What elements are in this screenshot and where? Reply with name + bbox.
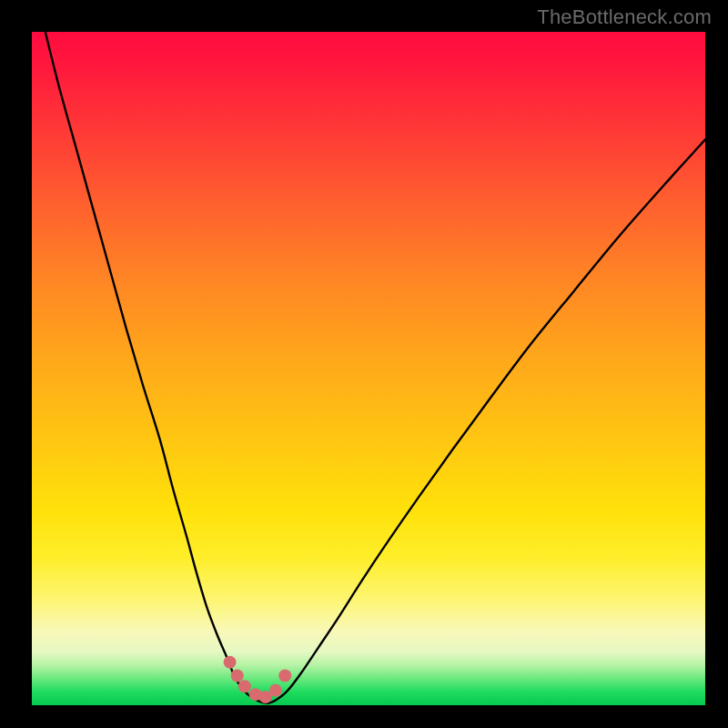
- plot-area: [32, 32, 705, 705]
- watermark-text: TheBottleneck.com: [537, 5, 712, 29]
- chart-stage: TheBottleneck.com: [0, 0, 728, 728]
- gradient-background: [32, 32, 705, 705]
